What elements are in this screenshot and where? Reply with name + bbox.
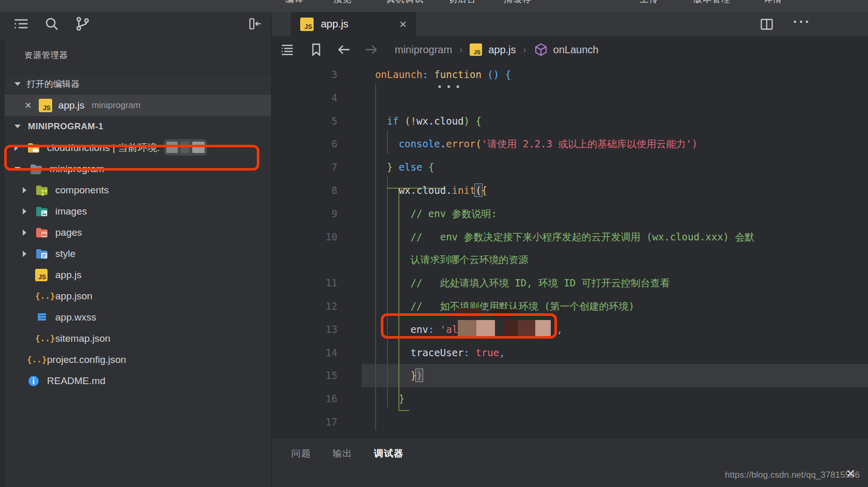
open-editors-label: 打开的编辑器 — [27, 78, 80, 90]
tree-item-app.json[interactable]: {..}app.json — [0, 285, 271, 307]
project-root-header[interactable]: MINIPROGRAM-1 — [0, 116, 271, 137]
menu-item[interactable]: 预览 — [333, 0, 352, 5]
symbol-cube-icon — [534, 42, 548, 57]
tree-item-sitemap.json[interactable]: {..}sitemap.json — [0, 328, 271, 349]
svg-text:<>: <> — [42, 233, 47, 237]
folder-components-icon — [35, 184, 49, 197]
code-line[interactable]: 6 console.error('请使用 2.2.3 或以上的基础库以使用云能力… — [272, 132, 868, 156]
open-editors-list-icon[interactable] — [13, 16, 29, 32]
code-line[interactable]: 16 } — [272, 387, 868, 410]
open-file-folder: miniprogram — [92, 100, 141, 111]
panel-tab-[interactable]: 输出 — [333, 447, 352, 460]
nav-forward-icon[interactable] — [364, 42, 378, 57]
tree-item-app.js[interactable]: JSapp.js — [0, 264, 271, 285]
search-icon[interactable] — [44, 16, 59, 32]
line-number: 14 — [272, 341, 337, 364]
line-number: 15 — [272, 364, 337, 387]
breadcrumb-symbol[interactable]: onLaunch — [553, 44, 599, 56]
chevron-right-icon — [14, 145, 18, 151]
line-number: 7 — [272, 156, 337, 179]
tab-appjs[interactable]: JS app.js × — [291, 12, 416, 36]
more-actions-icon[interactable]: ··· — [793, 14, 811, 30]
watermark-url: https://blog.csdn.net/qq_37815586 — [725, 470, 860, 480]
breadcrumb-folder[interactable]: miniprogram — [395, 44, 452, 56]
tree-item-cloudfunctions[interactable]: cloudfunctions | 当前环境: — [0, 137, 271, 158]
panel-tab-active[interactable]: 调试器 — [374, 447, 404, 460]
chevron-down-icon — [14, 167, 21, 171]
chevron-down-icon — [14, 125, 21, 128]
tree-item-README.md[interactable]: README.md — [0, 370, 271, 391]
open-editors-header[interactable]: 打开的编辑器 — [0, 73, 271, 95]
code-line[interactable]: 3 onLaunch: function () { — [272, 63, 868, 86]
tree-item-app.wxss[interactable]: app.wxss — [0, 307, 271, 328]
line-number: 17 — [272, 410, 337, 434]
close-icon[interactable]: × — [25, 100, 32, 111]
tree-item-components[interactable]: components — [0, 179, 271, 201]
js-file-icon: JS — [300, 18, 314, 31]
code-line[interactable]: 5 if (!wx.cloud) { — [272, 110, 868, 133]
outline-list-icon[interactable] — [280, 42, 295, 57]
code-line[interactable]: 15 }) — [272, 364, 868, 387]
explorer-sidebar: 资源管理器 打开的编辑器 × JS app.js miniprogram MIN… — [0, 12, 271, 487]
json-icon: {..} — [35, 290, 49, 303]
watermark-close-icon[interactable]: ✕ — [846, 467, 856, 481]
code-line[interactable]: 认请求到哪个云环境的资源 — [272, 248, 868, 271]
sidebar-editor-divider[interactable] — [271, 12, 272, 487]
menu-item[interactable]: 清缓存 — [504, 0, 532, 5]
chevron-right-icon — [23, 208, 26, 215]
menu-item[interactable]: 编译 — [285, 0, 304, 5]
menu-item[interactable]: 版本管理 — [693, 0, 731, 5]
tree-item-label: style — [55, 248, 75, 260]
tree-item-miniprogram[interactable]: miniprogram — [0, 158, 271, 179]
breadcrumb-file[interactable]: app.js — [488, 44, 516, 56]
info-icon — [27, 374, 40, 388]
breadcrumb-separator: › — [523, 44, 526, 55]
code-line[interactable]: 12 // 如不填则使用默认环境 (第一个创建的环境) — [272, 295, 868, 318]
tree-item-style[interactable]: style — [0, 243, 271, 264]
panel-tab-[interactable]: 问题 — [291, 447, 311, 460]
tab-close-icon[interactable]: × — [399, 17, 407, 32]
code-editor[interactable]: ··· 3 onLaunch: function () {45 if (!wx.… — [272, 63, 868, 437]
tree-item-project.config.json[interactable]: {..}project.config.json — [0, 349, 271, 370]
code-line[interactable]: 8 wx.cloud.init({ — [272, 179, 868, 202]
code-line[interactable]: 11 // 此处请填入环境 ID, 环境 ID 可打开云控制台查看 — [272, 271, 868, 295]
line-number: 12 — [272, 295, 337, 318]
menu-item[interactable]: 详情 — [764, 0, 782, 5]
folder-pages-icon: <> — [35, 226, 49, 239]
tree-item-label: README.md — [47, 375, 105, 387]
split-editor-icon[interactable] — [760, 17, 774, 32]
redaction-smudge — [490, 309, 518, 317]
open-editor-item-appjs[interactable]: × JS app.js miniprogram — [0, 95, 271, 116]
code-line[interactable]: 13 env: 'al , — [272, 318, 868, 341]
bottom-panel: 问题输出调试器 https://blog.csdn.net/qq_3781558… — [272, 437, 868, 487]
ide-window: 编译预览真机调试切后台清缓存上传版本管理详情 资源管理器 — [0, 0, 868, 487]
fold-ellipsis[interactable]: ··· — [436, 79, 463, 95]
menu-item[interactable]: 切后台 — [448, 0, 476, 5]
redaction-smudge — [457, 308, 482, 317]
line-number: 5 — [272, 110, 337, 133]
tree-item-pages[interactable]: <>pages — [0, 222, 271, 243]
code-line[interactable]: 9 // env 参数说明: — [272, 202, 868, 225]
json-icon: {..} — [27, 353, 40, 367]
js-file-icon: JS — [470, 43, 482, 56]
code-line[interactable]: 14 traceUser: true, — [272, 341, 868, 364]
redaction-mosaic — [164, 139, 207, 156]
code-line[interactable]: 17 — [272, 410, 868, 434]
tree-item-label: app.js — [55, 269, 82, 281]
menu-item[interactable]: 真机调试 — [386, 0, 424, 5]
menubar: 编译预览真机调试切后台清缓存上传版本管理详情 — [0, 0, 868, 12]
tree-item-label: miniprogram — [50, 163, 104, 175]
git-branch-icon[interactable] — [75, 16, 90, 32]
tree-item-images[interactable]: images — [0, 201, 271, 222]
line-number: 16 — [272, 387, 337, 410]
tree-item-label: cloudfunctions | 当前环境: — [47, 141, 160, 155]
code-line[interactable]: 7 } else { — [272, 156, 868, 179]
collapse-sidebar-icon[interactable] — [249, 17, 262, 31]
tree-item-label: app.json — [55, 291, 92, 302]
bookmark-icon[interactable] — [309, 42, 323, 57]
nav-back-icon[interactable] — [337, 42, 351, 57]
code-line[interactable]: 10 // env 参数决定接下来小程序发起的云开发调用 (wx.cloud.x… — [272, 225, 868, 249]
code-line[interactable]: 4 — [272, 86, 868, 110]
folder-style-icon — [35, 247, 49, 261]
menu-item[interactable]: 上传 — [640, 0, 658, 5]
